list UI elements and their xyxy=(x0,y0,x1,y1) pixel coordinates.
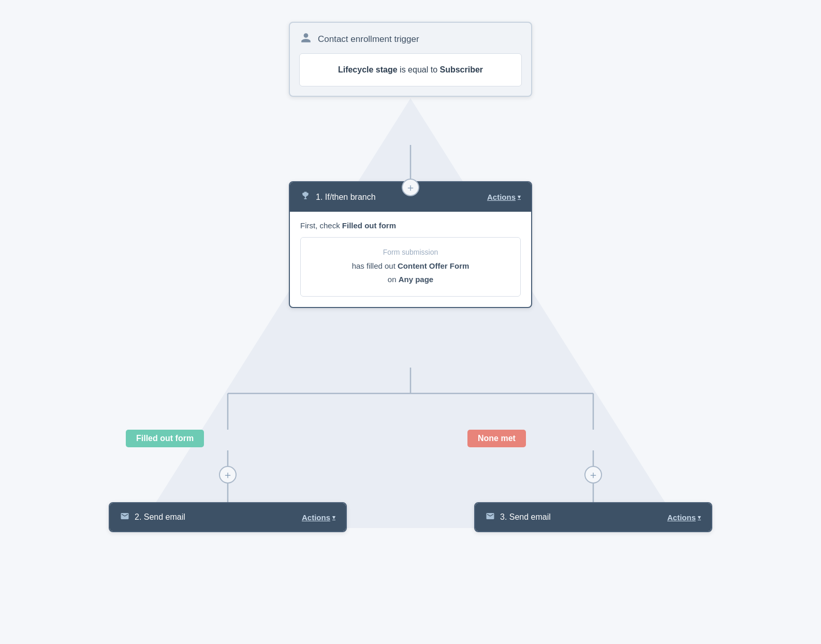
condition-description: has filled out Content Offer Form on Any… xyxy=(313,259,508,286)
email-2-icon xyxy=(120,511,129,523)
enrollment-trigger-title: Contact enrollment trigger xyxy=(318,34,419,45)
condition-text: is equal to xyxy=(398,65,440,74)
branch-card: 1. If/then branch Actions ▾ First, check… xyxy=(289,181,532,308)
branch-actions-label: Actions xyxy=(487,193,516,201)
condition-subtitle: Form submission xyxy=(313,248,508,256)
send-email-3-caret: ▾ xyxy=(698,514,701,521)
check-bold: Filled out form xyxy=(342,221,396,230)
send-email-2-left: 2. Send email xyxy=(120,511,185,523)
condition-bold1: Lifecycle stage xyxy=(338,65,398,74)
enrollment-trigger-body: Lifecycle stage is equal to Subscriber xyxy=(299,53,522,86)
branch-actions-button[interactable]: Actions ▾ xyxy=(487,193,521,201)
send-email-2-title: 2. Send email xyxy=(135,513,185,522)
send-email-3-actions-button[interactable]: Actions ▾ xyxy=(667,513,701,522)
condition-line1: has filled out xyxy=(352,261,398,270)
send-email-3-left: 3. Send email xyxy=(486,511,551,523)
condition-bold2: Subscriber xyxy=(439,65,483,74)
send-email-3-title: 3. Send email xyxy=(500,513,551,522)
send-email-2-actions-button[interactable]: Actions ▾ xyxy=(302,513,335,522)
condition-box: Form submission has filled out Content O… xyxy=(300,237,521,297)
flow-canvas: Contact enrollment trigger Lifecycle sta… xyxy=(0,0,821,644)
email-3-icon xyxy=(486,511,495,523)
branch-header-left: 1. If/then branch xyxy=(300,191,376,203)
branch-label-no: None met xyxy=(467,430,526,447)
add-step-right-button[interactable]: ＋ xyxy=(584,466,602,484)
send-email-2-card: 2. Send email Actions ▾ xyxy=(109,502,347,532)
enrollment-trigger-card: Contact enrollment trigger Lifecycle sta… xyxy=(289,22,532,97)
branch-title: 1. If/then branch xyxy=(316,193,376,202)
branch-icon xyxy=(300,191,311,203)
branch-card-body: First, check Filled out form Form submis… xyxy=(290,212,531,307)
branch-label-yes: Filled out form xyxy=(126,430,204,447)
add-step-top-button[interactable]: ＋ xyxy=(402,179,419,196)
add-step-left-button[interactable]: ＋ xyxy=(219,466,237,484)
condition-bold1: Content Offer Form xyxy=(398,261,469,270)
send-email-2-caret: ▾ xyxy=(332,514,335,521)
person-icon xyxy=(300,32,312,46)
send-email-3-actions-label: Actions xyxy=(667,513,696,522)
condition-bold2: Any page xyxy=(399,275,434,284)
send-email-3-header: 3. Send email Actions ▾ xyxy=(475,503,711,531)
condition-line2: on xyxy=(388,275,399,284)
enrollment-trigger-header: Contact enrollment trigger xyxy=(290,23,531,53)
send-email-3-card: 3. Send email Actions ▾ xyxy=(474,502,712,532)
check-text: First, check Filled out form xyxy=(300,221,521,230)
send-email-2-actions-label: Actions xyxy=(302,513,330,522)
branch-actions-caret: ▾ xyxy=(518,194,521,200)
check-prefix: First, check xyxy=(300,221,342,230)
send-email-2-header: 2. Send email Actions ▾ xyxy=(110,503,346,531)
